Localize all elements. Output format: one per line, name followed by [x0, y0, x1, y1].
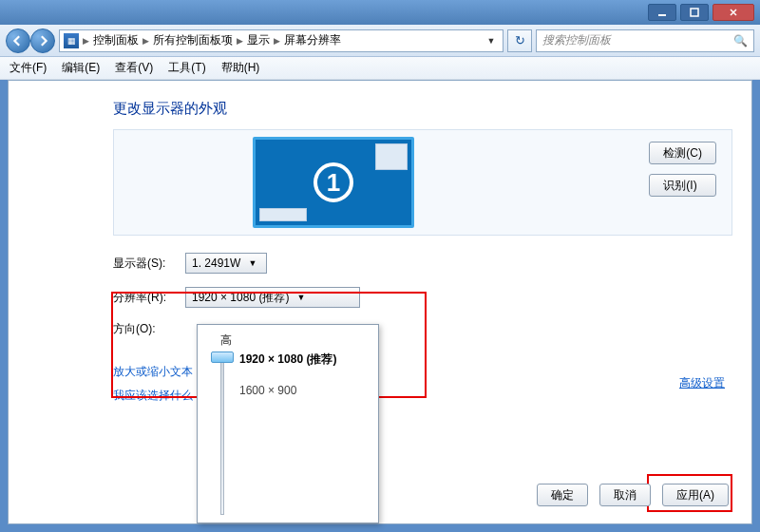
chevron-right-icon: ▶: [83, 36, 89, 46]
search-icon[interactable]: 🔍: [733, 34, 748, 48]
orientation-label: 方向(O):: [113, 321, 185, 337]
menu-file[interactable]: 文件(F): [10, 60, 47, 76]
resolution-row: 分辨率(R): 1920 × 1080 (推荐) ▼: [113, 287, 732, 308]
search-input[interactable]: 搜索控制面板 🔍: [536, 29, 754, 52]
menu-bar: 文件(F) 编辑(E) 查看(V) 工具(T) 帮助(H): [0, 57, 760, 80]
resolution-label: 分辨率(R):: [113, 290, 185, 306]
display-select[interactable]: 1. 2491W ▼: [185, 253, 267, 274]
menu-view[interactable]: 查看(V): [115, 60, 153, 76]
maximize-button[interactable]: [680, 4, 709, 21]
address-bar[interactable]: ▦ ▶ 控制面板 ▶ 所有控制面板项 ▶ 显示 ▶ 屏幕分辨率 ▼: [59, 29, 504, 52]
display-value: 1. 2491W: [192, 256, 240, 270]
breadcrumb[interactable]: 控制面板: [93, 32, 139, 48]
menu-edit[interactable]: 编辑(E): [62, 60, 100, 76]
chevron-right-icon: ▶: [274, 36, 280, 46]
breadcrumb[interactable]: 所有控制面板项: [153, 32, 233, 48]
content-area: 更改显示器的外观 1 检测(C) 识别(I) 显示器(S): 1. 2491W …: [8, 80, 752, 524]
action-bar: 确定 取消 应用(A): [537, 484, 729, 506]
breadcrumb[interactable]: 显示: [247, 32, 270, 48]
address-dropdown-icon[interactable]: ▼: [484, 36, 499, 46]
slider-high-label: 高: [220, 332, 369, 349]
resolution-value: 1920 × 1080 (推荐): [192, 290, 289, 306]
apply-button[interactable]: 应用(A): [662, 484, 729, 506]
monitor-preview-panel: 1 检测(C) 识别(I): [113, 129, 732, 236]
chevron-right-icon: ▶: [237, 36, 243, 46]
chevron-right-icon: ▶: [142, 36, 149, 46]
preview-window-icon: [375, 143, 408, 170]
slider-option-mid[interactable]: 1600 × 900: [239, 384, 296, 397]
cancel-button[interactable]: 取消: [599, 484, 651, 506]
chevron-down-icon: ▼: [248, 258, 256, 268]
chevron-down-icon: ▼: [296, 293, 305, 302]
display-row: 显示器(S): 1. 2491W ▼: [113, 253, 732, 274]
navigation-bar: ▦ ▶ 控制面板 ▶ 所有控制面板项 ▶ 显示 ▶ 屏幕分辨率 ▼ ↻ 搜索控制…: [0, 25, 760, 57]
display-label: 显示器(S):: [113, 256, 185, 272]
slider-track[interactable]: [220, 353, 224, 515]
close-button[interactable]: [712, 4, 754, 21]
preview-taskbar-icon: [259, 208, 307, 221]
minimize-button[interactable]: [648, 4, 676, 21]
monitor-thumbnail[interactable]: 1: [253, 137, 414, 228]
page-title: 更改显示器的外观: [113, 100, 732, 118]
menu-tools[interactable]: 工具(T): [168, 60, 205, 76]
refresh-button[interactable]: ↻: [507, 29, 532, 52]
slider-option-recommended[interactable]: 1920 × 1080 (推荐): [239, 352, 336, 368]
monitor-number-badge: 1: [314, 162, 353, 202]
window-titlebar: [0, 0, 760, 25]
svg-rect-0: [658, 14, 666, 16]
resolution-slider-popup: 高 1920 × 1080 (推荐) 1600 × 900: [197, 324, 379, 523]
identify-button[interactable]: 识别(I): [649, 174, 716, 197]
forward-button[interactable]: [30, 28, 55, 53]
back-button[interactable]: [6, 28, 30, 53]
menu-help[interactable]: 帮助(H): [221, 60, 260, 76]
ok-button[interactable]: 确定: [537, 484, 588, 506]
advanced-settings-link[interactable]: 高级设置: [679, 375, 725, 391]
breadcrumb[interactable]: 屏幕分辨率: [284, 32, 341, 48]
search-placeholder: 搜索控制面板: [542, 32, 611, 48]
resolution-select[interactable]: 1920 × 1080 (推荐) ▼: [185, 287, 360, 308]
detect-button[interactable]: 检测(C): [649, 142, 716, 164]
svg-rect-1: [691, 9, 698, 16]
control-panel-icon: ▦: [64, 33, 79, 48]
slider-thumb[interactable]: [211, 352, 234, 363]
